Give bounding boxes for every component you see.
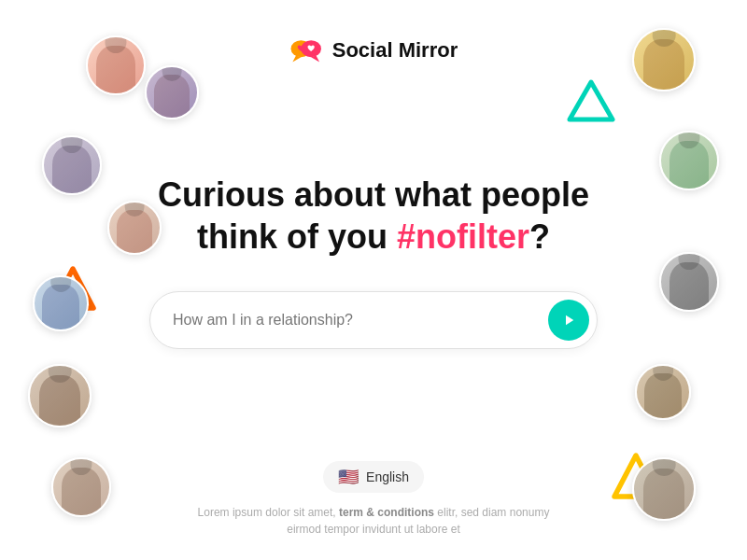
triangle-teal-topright [566, 77, 616, 127]
headline-highlight: #nofilter [397, 217, 529, 256]
headline-part2: think of you [197, 217, 397, 256]
avatar-3 [42, 135, 102, 195]
logo-icon [289, 34, 323, 67]
footer-text-normal1: Lorem ipsum dolor sit amet, [198, 506, 339, 519]
avatar-7 [51, 457, 111, 517]
search-bar [149, 291, 598, 349]
avatar-2 [145, 65, 199, 119]
headline: Curious about what people think of you #… [149, 174, 598, 258]
app-title: Social Mirror [332, 38, 458, 63]
footer-text-bold: term & conditions [339, 506, 434, 519]
avatar-9 [659, 131, 719, 190]
language-selector[interactable]: 🇺🇸 English [323, 461, 424, 493]
search-button[interactable] [548, 300, 589, 341]
avatar-8 [632, 28, 696, 91]
footer-text: Lorem ipsum dolor sit amet, term & condi… [196, 504, 551, 538]
headline-line1: Curious about what people [158, 175, 589, 214]
headline-end: ? [529, 217, 550, 256]
flag-icon: 🇺🇸 [338, 467, 359, 487]
main-content: Curious about what people think of you #… [149, 174, 598, 349]
avatar-11 [635, 364, 691, 420]
play-icon [560, 312, 577, 329]
headline-line2: think of you #nofilter? [197, 217, 550, 256]
header: Social Mirror [289, 34, 458, 67]
avatar-10 [659, 252, 719, 312]
language-label: English [366, 469, 409, 484]
search-input[interactable] [173, 312, 541, 329]
avatar-1 [86, 35, 146, 95]
avatar-6 [28, 364, 92, 427]
avatar-12 [632, 457, 696, 521]
avatar-5 [33, 275, 89, 331]
